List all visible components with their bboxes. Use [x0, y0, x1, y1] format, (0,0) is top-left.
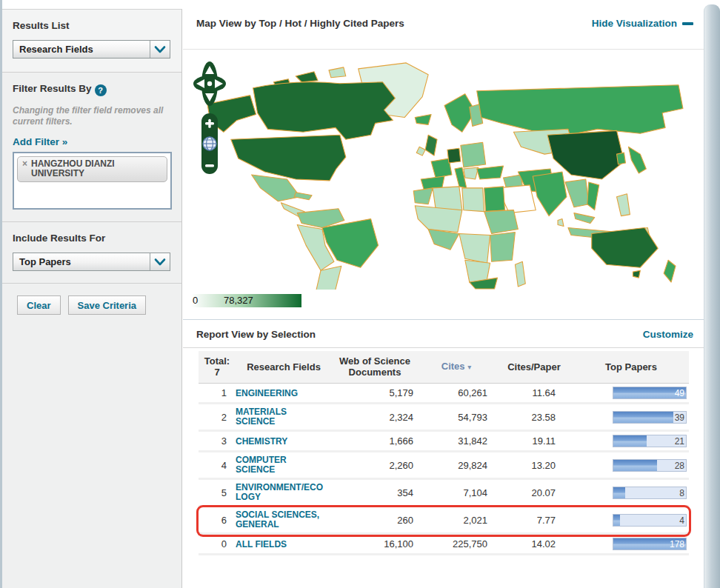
- report-view-title: Report View by Selection: [196, 329, 316, 347]
- filter-section: Filter Results By? Changing the filter f…: [2, 73, 181, 222]
- research-field-link[interactable]: ENVIRONMENT/ECOLOGY: [236, 483, 323, 502]
- column-wos-documents: Web of Science Documents: [333, 355, 416, 378]
- pan-control: [193, 61, 226, 106]
- clear-button[interactable]: Clear: [17, 295, 61, 315]
- top-papers-value: 178: [670, 539, 684, 549]
- filter-chip[interactable]: × HANGZHOU DIANZI UNIVERSITY: [17, 156, 167, 182]
- include-results-section: Include Results For Top Papers: [2, 222, 181, 284]
- hide-visualization-link[interactable]: Hide Visualization: [592, 18, 693, 29]
- add-filter-link[interactable]: Add Filter »: [13, 136, 67, 147]
- column-cites-per-paper: Cites/Paper: [495, 361, 573, 372]
- row-rank: 4: [199, 460, 236, 471]
- cites-value: 225,750: [418, 538, 495, 549]
- top-papers-value: 8: [679, 488, 684, 498]
- cites-per-paper-value: 23.58: [495, 412, 573, 423]
- cites-per-paper-value: 7.77: [495, 515, 573, 526]
- top-papers-value: 39: [675, 412, 684, 423]
- active-filters-box[interactable]: × HANGZHOU DIANZI UNIVERSITY: [13, 152, 172, 210]
- table-row: 3CHEMISTRY1,66631,84219.1121: [199, 432, 689, 452]
- scale-max-label: 78,327: [224, 295, 253, 306]
- page: Results List Research Fields Filter Resu…: [0, 0, 720, 588]
- wos-documents-value: 354: [332, 487, 418, 498]
- table-row: 2MATERIALS SCIENCE2,32454,79323.5839: [199, 404, 689, 432]
- chevron-down-icon[interactable]: [150, 41, 170, 58]
- table-row: 6SOCIAL SCIENCES, GENERAL2602,0217.774: [199, 507, 689, 535]
- research-field-link[interactable]: SOCIAL SCIENCES, GENERAL: [236, 510, 323, 529]
- cites-value: 7,104: [418, 487, 495, 498]
- help-icon[interactable]: ?: [95, 84, 107, 96]
- column-cites-sortable[interactable]: Cites ▾: [418, 361, 495, 372]
- map-color-scale: 0 78,327: [191, 294, 301, 307]
- research-field-link[interactable]: COMPUTER SCIENCE: [236, 455, 323, 475]
- cites-value: 60,261: [418, 387, 495, 398]
- include-results-dropdown[interactable]: Top Papers: [13, 253, 170, 271]
- top-papers-value: 4: [679, 515, 684, 526]
- top-papers-bar: 4: [613, 514, 687, 527]
- results-list-section: Results List Research Fields: [2, 10, 181, 73]
- research-field-link[interactable]: ENGINEERING: [236, 389, 298, 398]
- table-row: 0ALL FIELDS16,100225,75014.02178: [199, 535, 689, 555]
- cites-value: 29,824: [418, 460, 495, 471]
- save-criteria-button[interactable]: Save Criteria: [68, 295, 147, 315]
- top-papers-bar: 21: [613, 435, 687, 447]
- cites-per-paper-value: 14.02: [495, 538, 573, 549]
- top-papers-value: 28: [675, 461, 684, 471]
- research-field-link[interactable]: MATERIALS SCIENCE: [236, 407, 323, 427]
- row-rank: 2: [199, 412, 236, 423]
- wos-documents-value: 1,666: [332, 435, 418, 447]
- wos-documents-value: 16,100: [332, 538, 418, 549]
- top-papers-bar: 49: [613, 387, 687, 399]
- cites-value: 31,842: [418, 435, 495, 447]
- sort-descending-icon: ▾: [467, 363, 471, 371]
- column-research-fields: Research Fields: [236, 361, 332, 372]
- top-papers-bar: 39: [613, 411, 687, 424]
- top-papers-bar: 178: [613, 538, 687, 550]
- wos-documents-value: 5,179: [332, 387, 418, 398]
- filter-heading: Filter Results By?: [13, 83, 170, 96]
- wos-documents-value: 2,260: [332, 460, 418, 471]
- wos-documents-value: 260: [332, 515, 418, 526]
- chevron-down-icon[interactable]: [150, 253, 170, 270]
- results-list-dropdown[interactable]: Research Fields: [13, 40, 170, 59]
- report-table: Total: 7 Research Fields Web of Science …: [183, 348, 704, 555]
- scale-min-label: 0: [193, 295, 198, 306]
- cites-per-paper-value: 11.64: [495, 387, 573, 398]
- cites-value: 54,793: [418, 412, 495, 423]
- filter-chip-label: HANGZHOU DIANZI UNIVERSITY: [31, 159, 162, 178]
- table-row: 1ENGINEERING5,17960,26111.6449: [199, 384, 689, 404]
- table-row: 4COMPUTER SCIENCE2,26029,82413.2028: [199, 452, 689, 480]
- report-view-header: Report View by Selection Customize: [183, 320, 704, 348]
- map-view-header: Map View by Top / Hot / Highly Cited Pap…: [183, 0, 704, 50]
- cites-per-paper-value: 13.20: [495, 460, 573, 471]
- sidebar-buttons: Clear Save Criteria: [2, 284, 181, 315]
- top-papers-bar: 28: [613, 459, 687, 472]
- row-rank: 5: [199, 487, 236, 498]
- zoom-control: [201, 113, 218, 174]
- row-rank: 3: [199, 435, 236, 447]
- research-field-link[interactable]: ALL FIELDS: [236, 540, 287, 549]
- filter-note: Changing the filter field removes all cu…: [13, 105, 170, 127]
- row-rank: 6: [199, 515, 236, 526]
- main-content: Map View by Top / Hot / Highly Cited Pap…: [183, 0, 704, 588]
- top-papers-value: 49: [675, 388, 684, 398]
- customize-link[interactable]: Customize: [643, 329, 693, 347]
- report-table-header: Total: 7 Research Fields Web of Science …: [199, 351, 689, 384]
- cites-value: 2,021: [418, 515, 495, 526]
- research-field-link[interactable]: CHEMISTRY: [236, 437, 287, 447]
- column-top-papers: Top Papers: [573, 361, 689, 372]
- column-total: Total: 7: [199, 355, 236, 378]
- cites-per-paper-value: 19.11: [495, 435, 573, 447]
- table-row: 5ENVIRONMENT/ECOLOGY3547,10420.078: [199, 480, 689, 507]
- map-navigation-controls[interactable]: [192, 59, 227, 178]
- minus-icon: [682, 22, 693, 25]
- world-map-section: 0 78,327: [183, 50, 704, 320]
- world-choropleth-map[interactable]: [184, 53, 701, 290]
- include-results-heading: Include Results For: [13, 233, 170, 244]
- page-scrollbar[interactable]: [704, 4, 720, 588]
- cites-per-paper-value: 20.07: [495, 487, 573, 498]
- remove-filter-icon[interactable]: ×: [22, 159, 27, 169]
- map-view-title: Map View by Top / Hot / Highly Cited Pap…: [196, 18, 404, 29]
- top-papers-bar: 8: [613, 487, 687, 499]
- results-list-selected-value: Research Fields: [13, 41, 150, 58]
- sidebar: Results List Research Fields Filter Resu…: [2, 9, 182, 588]
